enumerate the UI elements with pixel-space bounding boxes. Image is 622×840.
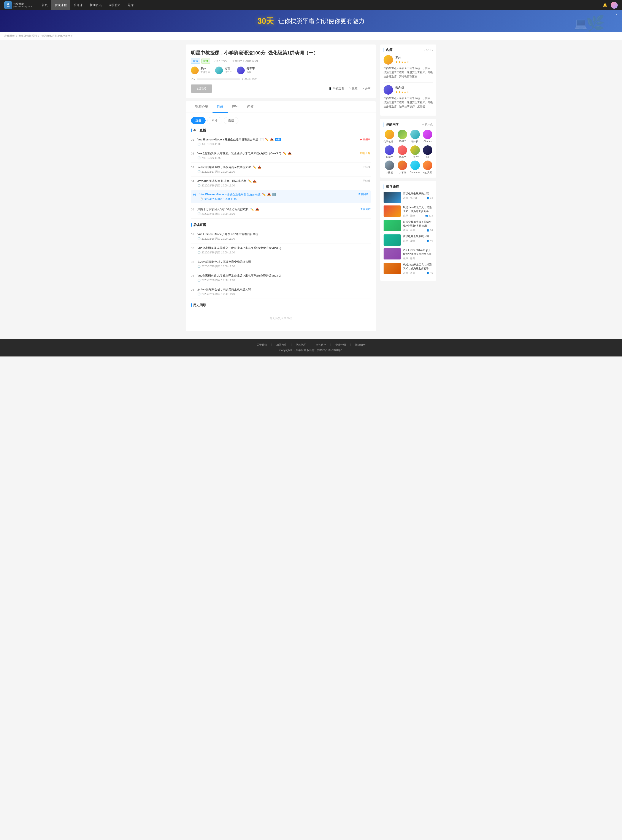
rec-info-3: 前端全栈加强版！前端全栈+全周期+多维应用 讲师：岳田 👥 56 bbox=[403, 220, 433, 232]
tab-qa[interactable]: 问答 bbox=[243, 101, 258, 113]
footer-recruit[interactable]: 招资纳士 bbox=[355, 343, 366, 347]
classmate-10-avatar bbox=[398, 160, 407, 170]
course-header: 明星中教授课，小学阶段语法100分–强化级第1讲动词（一） 直播 录播 246人… bbox=[186, 44, 376, 98]
lesson-num: 03 bbox=[191, 166, 195, 169]
sub-tab-live[interactable]: 直播 bbox=[191, 117, 206, 124]
rec-title-3: 前端全栈加强版！前端全栈+全周期+多维应用 bbox=[403, 220, 433, 228]
rec-title-1: 高级电商全线系统大课 bbox=[403, 192, 433, 195]
lesson-title[interactable]: Vue Element+Node.js开发企业通用管理后台系统 bbox=[197, 232, 258, 236]
teachers-card: 名师 ‹ 1/10 › 罗静 ★★★★☆ 国内某 bbox=[380, 44, 436, 116]
nav-qa[interactable]: 问答社区 bbox=[105, 0, 124, 11]
lesson-title[interactable]: 从Java后端到全栈，高级电商全栈系统大课 bbox=[197, 260, 251, 264]
edit-icon[interactable]: ✏️ bbox=[283, 152, 287, 155]
share-icon-sm[interactable]: 📤 bbox=[255, 208, 259, 211]
edit-icon[interactable]: ✏️ bbox=[253, 165, 256, 169]
share-icon-sm[interactable]: 📤 bbox=[270, 138, 274, 141]
rec-course-2[interactable]: 玩转Java开发工具，精通JUC，成为开发多面手 讲师：王峰 👥 123 bbox=[384, 205, 433, 217]
footer-sitemap[interactable]: 网站地图 bbox=[296, 343, 306, 347]
teachers-pagination[interactable]: ‹ 1/10 › bbox=[424, 49, 433, 52]
teacher-1-name: 罗静 bbox=[200, 67, 210, 71]
sidebar-teacher-1-info: 罗静 ★★★★☆ bbox=[395, 56, 409, 64]
lesson-status[interactable]: 查看回放 bbox=[360, 208, 370, 211]
lesson-item: 03 从Java后端到全栈，高级电商全栈系统大课 ✏️ 📤 🕐 2020/02/… bbox=[191, 163, 370, 177]
share-label: 分享 bbox=[365, 87, 370, 90]
lesson-title[interactable]: Vue Element+Node.js开发企业通用管理后台系统 bbox=[197, 137, 258, 142]
rec-course-3[interactable]: 前端全栈加强版！前端全栈+全周期+多维应用 讲师：岳田 👥 56 bbox=[384, 220, 433, 232]
lesson-status[interactable]: 查看回放 bbox=[358, 192, 369, 196]
collect-button[interactable]: ☆ 收藏 bbox=[348, 87, 357, 90]
navbar-right: 🔔 bbox=[602, 2, 618, 9]
lesson-title[interactable]: Vue全家桶实战 从零独立开发企业级小米电商系统(免费升级Vue3.0) bbox=[197, 151, 281, 155]
edit-icon[interactable]: ✏️ bbox=[248, 179, 252, 183]
share-icon-sm[interactable]: 📤 bbox=[288, 152, 291, 155]
classmate-10: 大笨狼 bbox=[397, 160, 407, 174]
material-badge[interactable]: 资料 bbox=[275, 138, 281, 141]
share-icon-sm[interactable]: 📤 bbox=[253, 179, 256, 183]
lesson-time: 🕐 2020/02/26 周四 10:00-11:00 bbox=[197, 237, 370, 241]
lesson-title[interactable]: Java项目面试实操 提升大厂面试成功率 bbox=[197, 179, 246, 183]
lesson-status: 已结束 bbox=[363, 179, 370, 183]
footer-about[interactable]: 关于我们 bbox=[256, 343, 267, 347]
star-icon: ☆ bbox=[348, 87, 351, 90]
edit-icon[interactable]: ✏️ bbox=[262, 193, 266, 196]
tab-comments[interactable]: 评论 bbox=[228, 101, 243, 113]
lesson-body: 从Java后端到全栈，高级电商全栈系统大课 🕐 2020/02/26 周四 10… bbox=[197, 287, 370, 296]
lesson-title[interactable]: 从Java后端到全栈，高级电商全栈系统大课 bbox=[197, 165, 251, 169]
lesson-title[interactable]: 跟随千万级项目从0到100全过程高效成长 bbox=[197, 208, 248, 211]
rec-course-6[interactable]: 玩转Java开发工具，精通JUC，成为开发多面手 讲师：岳田 👥 46 bbox=[384, 263, 433, 275]
info-icon[interactable]: ℹ️ bbox=[272, 193, 276, 196]
tab-intro[interactable]: 课程介绍 bbox=[191, 101, 212, 113]
tab-catalog[interactable]: 目录 bbox=[212, 101, 228, 113]
share-button[interactable]: ↗ 分享 bbox=[362, 87, 370, 90]
nav-news[interactable]: 新闻资讯 bbox=[86, 0, 105, 11]
nav-open[interactable]: 公开课 bbox=[70, 0, 86, 11]
footer-copyright: Copyright© 云朵学院 版权所有 京ICP备17051340号-1 bbox=[4, 348, 618, 352]
nav-more[interactable]: ... bbox=[137, 0, 146, 11]
classmate-8: Bill bbox=[422, 145, 433, 158]
lesson-item-highlighted: 05 Vue Element+Node.js开发企业通用管理后台系统 ✏️ 📤 … bbox=[191, 190, 370, 203]
rec-course-4[interactable]: 高级电商全线系统大课 讲师：冷峰 👥 46 bbox=[384, 234, 433, 246]
nav-questions[interactable]: 题库 bbox=[124, 0, 137, 11]
footer-agent[interactable]: 加盟代理 bbox=[276, 343, 287, 347]
footer-disclaimer[interactable]: 免费声明 bbox=[335, 343, 346, 347]
rec-meta-4: 讲师：冷峰 👥 46 bbox=[403, 239, 433, 243]
share-icon-sm[interactable]: 📤 bbox=[258, 165, 261, 169]
lesson-icons: ✏️ 📤 bbox=[253, 165, 261, 169]
share-icon-sm[interactable]: 📤 bbox=[267, 193, 271, 196]
breadcrumb-link-1[interactable]: 发现课程 bbox=[4, 34, 15, 37]
notification-bell-icon[interactable]: 🔔 bbox=[602, 3, 607, 8]
classmate-7: 1867** bbox=[410, 145, 420, 158]
lesson-title[interactable]: Vue全家桶实战 从零独立开发企业级小米电商系统(免费升级Vue3.0) bbox=[197, 274, 281, 278]
lesson-time: 🕐 2020/02/26 周四 10:00-11:00 bbox=[197, 278, 370, 282]
chevron-right-icon[interactable]: › bbox=[432, 49, 433, 52]
classmate-5-name: 1767** bbox=[384, 156, 395, 158]
edit-icon[interactable]: ✏️ bbox=[250, 208, 254, 211]
lesson-title[interactable]: Vue全家桶实战 从零独立开发企业级小米电商系统(免费升级Vue3.0) bbox=[197, 246, 281, 250]
nav-discover[interactable]: 发现课程 bbox=[51, 0, 70, 11]
sub-tab-recorded[interactable]: 录播 bbox=[207, 117, 222, 124]
teacher-1-avatar bbox=[191, 67, 199, 74]
rec-course-1[interactable]: 高级电商全线系统大课 讲师：张小锋 👥 34 bbox=[384, 192, 433, 203]
classmate-2: 1567** bbox=[397, 130, 407, 143]
chevron-left-icon[interactable]: ‹ bbox=[424, 49, 425, 52]
user-avatar[interactable] bbox=[611, 2, 618, 9]
lesson-title[interactable]: 从Java后端到全栈，高级电商全栈系统大课 bbox=[197, 287, 251, 292]
rec-title-2: 玩转Java开发工具，精通JUC，成为开发多面手 bbox=[403, 205, 433, 213]
rec-thumb-3 bbox=[384, 220, 401, 231]
edit-icon[interactable]: ✏️ bbox=[265, 138, 269, 141]
mobile-watch-button[interactable]: 📱 手机观看 bbox=[328, 87, 344, 90]
banner-close-button[interactable]: × bbox=[616, 12, 618, 17]
sub-tab-offline[interactable]: 面授 bbox=[224, 117, 238, 124]
refresh-button[interactable]: ↺ 换一换 bbox=[422, 123, 433, 127]
buy-button[interactable]: 已购买 bbox=[191, 84, 212, 93]
logo[interactable]: 云朵课堂 yunduoketang.com bbox=[4, 1, 32, 9]
footer-partners[interactable]: 合作伙伴 bbox=[316, 343, 326, 347]
rec-course-5[interactable]: Vue Element+Node.js开发企业通用管理后台系统 讲师：张田 bbox=[384, 248, 433, 260]
lesson-title[interactable]: Vue Element+Node.js开发企业通用管理后台系统 bbox=[200, 192, 261, 196]
breadcrumb-link-2[interactable]: 新媒体营销系列 bbox=[18, 34, 37, 37]
sidebar-teacher-2-desc: 国内某重点大学安全工程专业硕士，国家一级注册消防工程师、注册安全工程师、高级注册… bbox=[384, 96, 433, 109]
clock-icon: 🕐 bbox=[197, 293, 201, 296]
lesson-num: 01 bbox=[191, 233, 195, 236]
nav-home[interactable]: 首页 bbox=[38, 0, 51, 11]
sidebar-teacher-1-header: 罗静 ★★★★☆ bbox=[384, 55, 433, 64]
